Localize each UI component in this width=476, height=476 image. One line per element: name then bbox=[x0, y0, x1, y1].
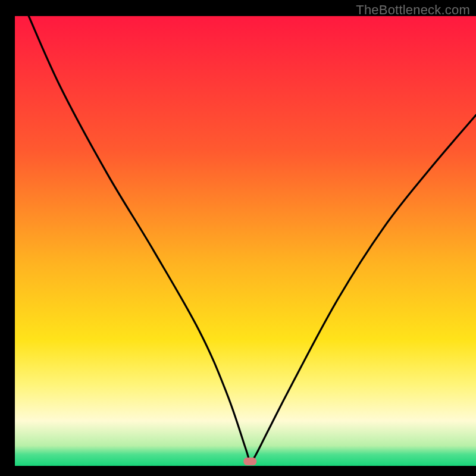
minimum-marker bbox=[243, 458, 256, 465]
plot-background bbox=[15, 16, 476, 466]
watermark-text: TheBottleneck.com bbox=[356, 2, 470, 18]
chart-svg bbox=[0, 0, 476, 476]
bottleneck-chart: TheBottleneck.com bbox=[0, 0, 476, 476]
